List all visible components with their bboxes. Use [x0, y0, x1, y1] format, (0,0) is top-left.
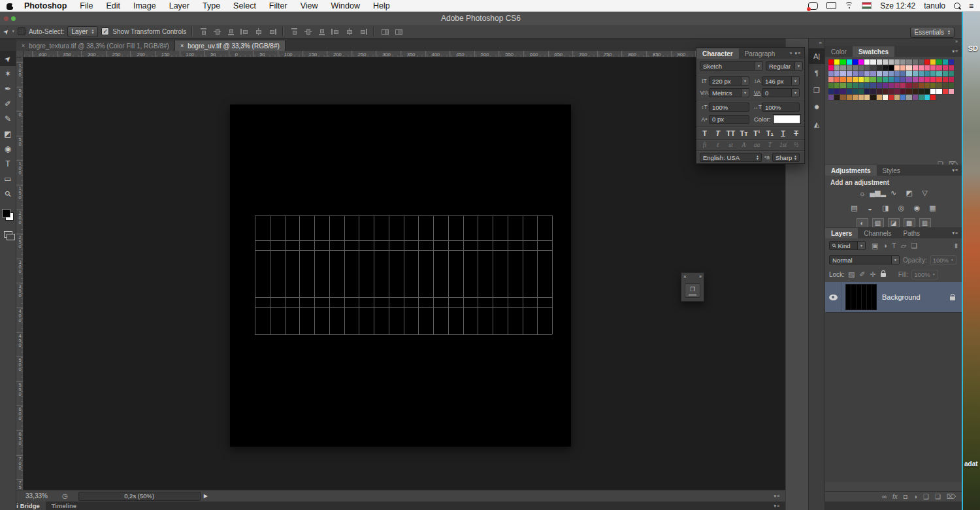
- swatch[interactable]: [853, 95, 858, 101]
- tab-paths[interactable]: Paths: [898, 228, 926, 238]
- opacity-field[interactable]: 100%▼: [930, 255, 956, 265]
- swatch[interactable]: [930, 89, 936, 95]
- swatch[interactable]: [840, 71, 846, 77]
- swatch[interactable]: [828, 59, 834, 65]
- invert-icon[interactable]: ◐: [857, 218, 868, 228]
- desktop-icon-label-top[interactable]: SD: [968, 44, 978, 52]
- swatch[interactable]: [924, 59, 930, 65]
- swatch[interactable]: [943, 77, 949, 83]
- swatch[interactable]: [864, 77, 870, 83]
- swatch[interactable]: [870, 77, 876, 83]
- shape-tool[interactable]: ▭: [0, 171, 16, 186]
- selective-color-icon[interactable]: ▥: [919, 218, 931, 228]
- swatch[interactable]: [870, 89, 876, 95]
- swatch[interactable]: [834, 65, 840, 71]
- text-style-button[interactable]: T: [712, 129, 723, 137]
- swatch[interactable]: [828, 95, 834, 101]
- ruler-corner[interactable]: [16, 51, 24, 57]
- swatch[interactable]: [919, 95, 924, 101]
- text-style-button[interactable]: T₁: [764, 129, 776, 137]
- spotlight-icon[interactable]: [954, 3, 960, 9]
- swatch[interactable]: [949, 59, 955, 65]
- distribute-spacing-vertical-icon[interactable]: [395, 28, 403, 35]
- swatch[interactable]: [889, 95, 894, 101]
- swatch[interactable]: [877, 77, 883, 83]
- swatch[interactable]: [900, 71, 906, 77]
- menu-image[interactable]: Image: [127, 0, 163, 12]
- swatch[interactable]: [906, 83, 912, 89]
- swatch[interactable]: [889, 71, 894, 77]
- swatch[interactable]: [949, 83, 955, 89]
- swatch[interactable]: [936, 89, 942, 95]
- swatch[interactable]: [949, 77, 955, 83]
- swatch[interactable]: [894, 89, 900, 95]
- swatch[interactable]: [828, 65, 834, 71]
- panel-menu-icon[interactable]: ▾≡: [952, 168, 958, 173]
- align-horizontal-centers-icon[interactable]: [254, 28, 263, 35]
- filter-shape-layers-icon[interactable]: ▱: [901, 242, 906, 250]
- text-style-button[interactable]: T: [699, 129, 710, 137]
- swatch[interactable]: [943, 65, 949, 71]
- swatch[interactable]: [858, 59, 864, 65]
- foreground-background-colors[interactable]: [2, 209, 14, 221]
- swatch[interactable]: [864, 65, 870, 71]
- panel-menu-icon[interactable]: ▾≡: [952, 49, 958, 54]
- swatch[interactable]: [913, 83, 919, 89]
- tab-layers[interactable]: Layers: [825, 228, 858, 238]
- panel-menu-icon[interactable]: ▾≡: [952, 231, 958, 236]
- swatch[interactable]: [913, 71, 919, 77]
- swatch[interactable]: [906, 77, 912, 83]
- swatch[interactable]: [889, 65, 894, 71]
- horizontal-scale-field[interactable]: 100%: [762, 103, 800, 112]
- filter-type-layers-icon[interactable]: T: [892, 242, 896, 250]
- magic-wand-tool[interactable]: ✶: [0, 66, 16, 81]
- text-style-button[interactable]: T: [791, 129, 802, 137]
- swatch[interactable]: [894, 59, 900, 65]
- swatch[interactable]: [840, 83, 846, 89]
- swatch[interactable]: [858, 65, 864, 71]
- menu-window[interactable]: Window: [325, 0, 367, 12]
- apple-menu-icon[interactable]: [7, 2, 14, 10]
- swatch[interactable]: [834, 83, 840, 89]
- distribute-vertical-centers-icon[interactable]: [304, 28, 312, 35]
- adjustments-panel-icon[interactable]: ✹: [809, 99, 825, 115]
- menubar-clock[interactable]: Sze 12:42: [880, 1, 915, 10]
- tab-channels[interactable]: Channels: [858, 228, 897, 238]
- swatch[interactable]: [894, 83, 900, 89]
- workspace-switcher[interactable]: Essentials▲ ▼: [910, 27, 955, 38]
- swatch[interactable]: [858, 77, 864, 83]
- filter-smart-objects-icon[interactable]: ❏: [911, 242, 917, 250]
- opentype-button[interactable]: 1st: [777, 142, 789, 148]
- swatch[interactable]: [943, 59, 949, 65]
- visibility-cell[interactable]: [825, 282, 841, 312]
- tab-adjustments[interactable]: Adjustments: [825, 165, 877, 176]
- swatch[interactable]: [919, 59, 924, 65]
- bottom-tab-timeline[interactable]: Timeline: [46, 502, 82, 510]
- swatch[interactable]: [924, 65, 930, 71]
- swatch[interactable]: [924, 71, 930, 77]
- status-menu-icon[interactable]: ▾≡: [774, 494, 780, 499]
- auto-select-checkbox[interactable]: [18, 27, 25, 35]
- link-layers-icon[interactable]: ∞: [882, 493, 887, 500]
- desktop-icon-label-bottom[interactable]: adat: [964, 460, 978, 468]
- swatch[interactable]: [913, 59, 919, 65]
- filter-pixel-layers-icon[interactable]: ▣: [872, 242, 878, 250]
- menu-layer[interactable]: Layer: [163, 0, 196, 12]
- menu-file[interactable]: File: [73, 0, 99, 12]
- tab-paragraph[interactable]: Paragraph: [739, 48, 781, 59]
- swatch[interactable]: [924, 95, 930, 101]
- opentype-button[interactable]: ℓ: [712, 142, 723, 148]
- swatch[interactable]: [900, 95, 906, 101]
- opentype-button[interactable]: A: [738, 142, 749, 148]
- layer-name[interactable]: Background: [882, 293, 921, 301]
- swatch[interactable]: [858, 95, 864, 101]
- swatch[interactable]: [894, 71, 900, 77]
- swatch[interactable]: [870, 71, 876, 77]
- swatch[interactable]: [900, 59, 906, 65]
- fill-field[interactable]: 100%▼: [911, 270, 938, 279]
- align-left-edges-icon[interactable]: [240, 28, 249, 35]
- collapse-dock-icon[interactable]: »: [825, 39, 962, 46]
- swatch[interactable]: [864, 95, 870, 101]
- swatch[interactable]: [894, 77, 900, 83]
- layer-row-background[interactable]: Background: [825, 282, 962, 313]
